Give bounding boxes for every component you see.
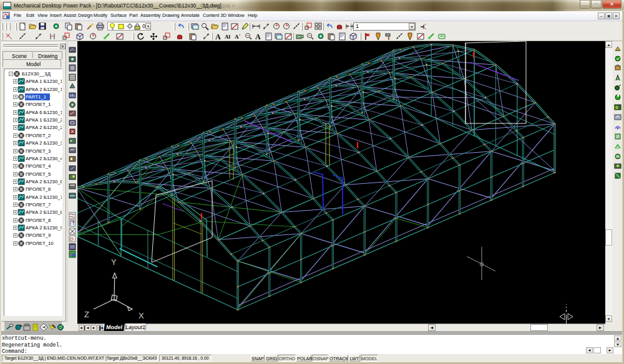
svg-text:A: A — [255, 32, 261, 41]
svg-text:A: A — [215, 32, 221, 41]
svg-text:Z: Z — [84, 310, 89, 319]
svg-text:Al: Al — [225, 34, 230, 40]
svg-text:B: B — [615, 105, 618, 110]
svg-text:D: D — [70, 236, 74, 242]
svg-text:X: X — [139, 311, 144, 320]
svg-text:Y: Y — [111, 257, 117, 267]
svg-text:A´: A´ — [235, 34, 241, 40]
